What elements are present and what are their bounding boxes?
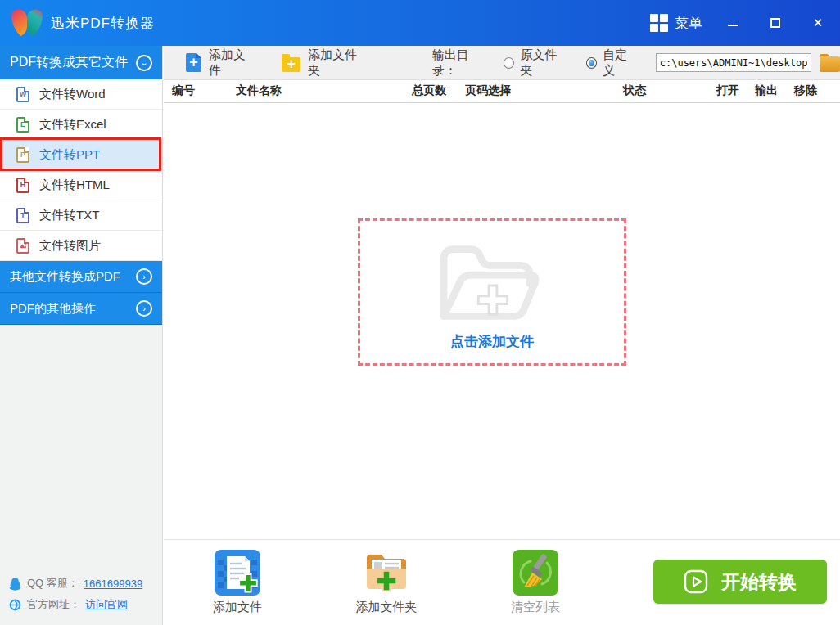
maximize-button[interactable] xyxy=(766,14,784,32)
qq-service-label: QQ 客服： xyxy=(27,576,79,591)
browse-folder-button[interactable] xyxy=(820,54,840,72)
add-file-label: 添加文件 xyxy=(209,47,255,79)
sidebar-group-pdf-to-other[interactable]: PDF转换成其它文件 ⌄ xyxy=(0,46,162,79)
sidebar-group-other-to-pdf[interactable]: 其他文件转换成PDF › xyxy=(0,261,162,293)
clear-list-button[interactable]: 清空列表 xyxy=(496,550,575,615)
col-status: 状态 xyxy=(623,83,646,98)
toolbar: + 添加文件 + 添加文件夹 输出目录： 原文件夹 自定义 xyxy=(164,46,840,80)
clear-list-label: 清空列表 xyxy=(496,600,575,615)
col-page-select: 页码选择 xyxy=(465,83,511,98)
open-folder-plus-icon xyxy=(427,234,558,330)
sidebar-item-pdf-to-image[interactable]: 文件转图片 xyxy=(0,231,162,261)
radio-custom-folder[interactable]: 自定义 xyxy=(586,47,638,79)
col-output: 输出 xyxy=(755,83,778,98)
add-file-icon: + xyxy=(186,53,201,72)
add-file-big-icon xyxy=(215,550,260,596)
dropzone-add-files[interactable]: 点击添加文件 xyxy=(358,218,626,366)
file-list-area: 点击添加文件 xyxy=(164,103,840,539)
minimize-icon xyxy=(728,25,738,26)
excel-doc-icon: E xyxy=(16,117,29,133)
radio-unchecked-icon xyxy=(504,57,514,69)
titlebar: 迅米PDF转换器 菜单 ✕ xyxy=(0,0,840,46)
add-folder-icon: + xyxy=(282,57,300,72)
add-folder-toolbar-button[interactable]: + 添加文件夹 xyxy=(282,47,366,79)
file-table-header: 编号 文件名称 总页数 页码选择 状态 打开 输出 移除 xyxy=(164,80,840,103)
col-filename: 文件名称 xyxy=(236,83,282,98)
sidebar-item-label: 文件转HTML xyxy=(39,178,110,193)
word-doc-icon: W xyxy=(16,87,29,102)
add-folder-big-icon xyxy=(364,550,409,596)
official-site-label: 官方网址： xyxy=(27,597,80,612)
col-open: 打开 xyxy=(716,83,739,98)
add-folder-label: 添加文件夹 xyxy=(308,47,367,79)
clear-list-icon xyxy=(513,550,558,596)
app-title: 迅米PDF转换器 xyxy=(51,14,155,33)
sidebar-group-pdf-other-ops[interactable]: PDF的其他操作 › xyxy=(0,293,162,325)
image-icon xyxy=(16,238,29,254)
sidebar-item-pdf-to-html[interactable]: H 文件转HTML xyxy=(0,170,162,200)
radio-checked-icon xyxy=(586,57,597,69)
sidebar-item-pdf-to-ppt[interactable]: P 文件转PPT xyxy=(0,140,162,170)
sidebar: PDF转换成其它文件 ⌄ W 文件转Word E 文件转Excel P 文件转P… xyxy=(0,46,163,625)
output-path-input[interactable] xyxy=(656,53,812,72)
menu-label: 菜单 xyxy=(675,14,702,33)
official-site-link[interactable]: 访问官网 xyxy=(85,597,128,612)
grid-menu-icon xyxy=(650,14,668,32)
bottom-bar: 添加文件 添加文件夹 xyxy=(164,539,840,624)
sidebar-item-pdf-to-word[interactable]: W 文件转Word xyxy=(0,79,162,110)
sidebar-item-label: 文件转Excel xyxy=(39,117,106,133)
sidebar-group-label: PDF的其他操作 xyxy=(10,301,96,317)
chevron-down-circle-icon: ⌄ xyxy=(136,55,152,71)
sidebar-item-pdf-to-excel[interactable]: E 文件转Excel xyxy=(0,110,162,140)
ie-browser-icon xyxy=(8,598,22,612)
add-file-big-label: 添加文件 xyxy=(198,600,277,615)
chevron-right-circle-icon: › xyxy=(136,268,152,285)
qq-number-link[interactable]: 1661699939 xyxy=(84,578,142,590)
sidebar-group-label: 其他文件转换成PDF xyxy=(10,269,120,285)
add-folder-big-label: 添加文件夹 xyxy=(347,600,426,615)
add-folder-big-button[interactable]: 添加文件夹 xyxy=(347,550,426,615)
start-convert-button[interactable]: 开始转换 xyxy=(653,560,827,604)
sidebar-item-label: 文件转Word xyxy=(39,87,106,102)
start-convert-label: 开始转换 xyxy=(721,569,797,595)
col-number: 编号 xyxy=(172,83,195,98)
sidebar-group-label: PDF转换成其它文件 xyxy=(10,54,128,71)
output-dir-label: 输出目录： xyxy=(432,47,490,79)
dropzone-label: 点击添加文件 xyxy=(450,332,534,351)
sidebar-item-label: 文件转PPT xyxy=(39,147,100,163)
app-window: 迅米PDF转换器 菜单 ✕ PDF转换成其它文件 ⌄ W 文件转Word E 文… xyxy=(0,0,840,625)
sidebar-footer: QQ 客服： 1661699939 官方网址： 访问官网 xyxy=(0,573,162,615)
main-panel: + 添加文件 + 添加文件夹 输出目录： 原文件夹 自定义 xyxy=(164,46,840,625)
minimize-button[interactable] xyxy=(724,14,742,32)
add-file-toolbar-button[interactable]: + 添加文件 xyxy=(186,47,255,79)
menu-button[interactable]: 菜单 xyxy=(650,14,702,33)
sidebar-item-label: 文件转图片 xyxy=(39,238,101,254)
app-logo-icon xyxy=(8,6,46,40)
col-remove: 移除 xyxy=(794,83,817,98)
play-icon xyxy=(684,569,708,594)
col-total-pages: 总页数 xyxy=(412,83,446,98)
qq-penguin-icon xyxy=(8,577,22,591)
chevron-right-circle-icon: › xyxy=(136,300,152,317)
maximize-icon xyxy=(770,18,780,28)
sidebar-item-pdf-to-txt[interactable]: T 文件转TXT xyxy=(0,200,162,231)
html-doc-icon: H xyxy=(16,178,29,193)
radio-original-label: 原文件夹 xyxy=(520,47,567,79)
radio-custom-label: 自定义 xyxy=(603,47,637,79)
add-file-big-button[interactable]: 添加文件 xyxy=(198,550,277,615)
ppt-doc-icon: P xyxy=(16,147,29,163)
radio-original-folder[interactable]: 原文件夹 xyxy=(504,47,567,79)
close-button[interactable]: ✕ xyxy=(809,14,827,32)
sidebar-item-label: 文件转TXT xyxy=(39,208,99,223)
txt-doc-icon: T xyxy=(16,208,29,223)
